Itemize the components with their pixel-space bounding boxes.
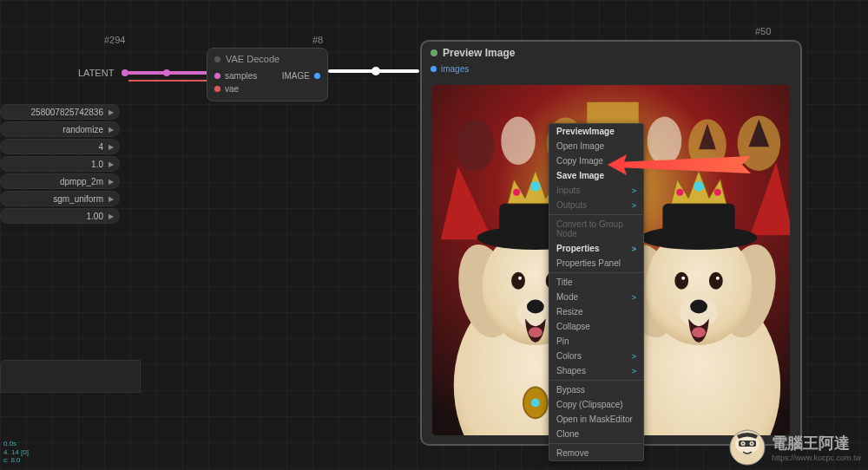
- menu-item-shapes[interactable]: Shapes>: [549, 363, 643, 378]
- submenu-arrow-icon: >: [632, 352, 636, 361]
- menu-separator: [549, 443, 643, 444]
- menu-item-inputs[interactable]: Inputs>: [549, 183, 643, 198]
- menu-item-convert-to-group-node[interactable]: Convert to Group Node: [549, 217, 643, 241]
- svg-point-1: [457, 120, 495, 171]
- param-randomize[interactable]: randomize▶: [0, 121, 120, 137]
- input-samples-port[interactable]: samples: [214, 71, 257, 81]
- node-id-mid: #8: [312, 35, 323, 45]
- svg-point-41: [692, 327, 706, 337]
- menu-separator: [549, 380, 643, 381]
- param-steps[interactable]: 4▶: [0, 139, 120, 154]
- watermark-url: https://www.kocpc.com.tw: [772, 454, 861, 462]
- annotation-arrow-icon: [608, 149, 755, 184]
- svg-point-17: [511, 272, 525, 290]
- menu-item-colors[interactable]: Colors>: [549, 349, 643, 363]
- chevron-right-icon: ▶: [108, 126, 114, 134]
- svg-point-33: [676, 189, 683, 196]
- input-vae-port[interactable]: vae: [214, 84, 239, 94]
- svg-point-22: [527, 300, 544, 314]
- submenu-arrow-icon: >: [632, 367, 636, 375]
- svg-point-14: [530, 181, 541, 192]
- chevron-right-icon: ▶: [108, 195, 114, 203]
- menu-item-bypass[interactable]: Bypass: [549, 382, 643, 397]
- svg-point-35: [674, 272, 688, 290]
- menu-item-outputs[interactable]: Outputs>: [549, 198, 643, 212]
- svg-point-40: [690, 300, 707, 314]
- svg-point-36: [681, 277, 685, 280]
- menu-separator: [549, 214, 643, 215]
- vae-decode-node[interactable]: VAE Decode samples IMAGE vae: [207, 48, 328, 101]
- node-status-icon: [431, 49, 437, 56]
- watermark-title: 電腦王阿達: [772, 433, 861, 454]
- submenu-arrow-icon: >: [632, 293, 636, 302]
- param-seed[interactable]: 258007825742836▶: [0, 104, 120, 120]
- param-denoise[interactable]: 1.00▶: [0, 208, 120, 224]
- wire-latent-samples: [128, 71, 207, 75]
- chevron-right-icon: ▶: [108, 160, 114, 168]
- latent-output-label: LATENT: [78, 68, 114, 78]
- svg-point-15: [513, 189, 520, 196]
- wire-vae: [128, 80, 207, 82]
- param-cfg[interactable]: 1.0▶: [0, 156, 120, 172]
- wire-image-preview: [328, 69, 419, 73]
- watermark: 電腦王阿達 https://www.kocpc.com.tw: [728, 428, 861, 467]
- menu-item-resize[interactable]: Resize: [549, 304, 643, 319]
- input-images-port[interactable]: images: [422, 64, 800, 77]
- menu-item-properties-panel[interactable]: Properties Panel: [549, 256, 643, 271]
- menu-item-mode[interactable]: Mode>: [549, 290, 643, 304]
- svg-point-23: [529, 327, 542, 337]
- submenu-arrow-icon: >: [632, 201, 636, 210]
- bottom-left-panel: [0, 360, 141, 393]
- node-title: Preview Image: [422, 42, 800, 64]
- svg-point-37: [709, 272, 723, 290]
- menu-item-title[interactable]: Title: [549, 275, 643, 290]
- svg-rect-31: [662, 204, 734, 240]
- menu-item-open-in-maskeditor[interactable]: Open in MaskEditor: [549, 412, 643, 427]
- svg-point-38: [716, 277, 720, 280]
- watermark-logo-icon: [728, 428, 766, 467]
- menu-separator: [549, 272, 643, 273]
- params-panel: 258007825742836▶ randomize▶ 4▶ 1.0▶ dpmp…: [0, 104, 120, 225]
- chevron-right-icon: ▶: [108, 212, 114, 220]
- menu-item-copy-clipspace-[interactable]: Copy (Clipspace): [549, 397, 643, 412]
- menu-item-properties[interactable]: Properties>: [549, 241, 643, 256]
- svg-point-25: [531, 398, 540, 407]
- svg-point-18: [518, 277, 522, 280]
- chevron-right-icon: ▶: [108, 178, 114, 186]
- menu-item-collapse[interactable]: Collapse: [549, 319, 643, 334]
- svg-point-2: [501, 117, 536, 165]
- node-status-icon: [214, 56, 220, 62]
- submenu-arrow-icon: >: [632, 245, 636, 253]
- node-title: VAE Decode: [207, 49, 327, 69]
- chevron-right-icon: ▶: [108, 143, 114, 151]
- menu-item-pin[interactable]: Pin: [549, 334, 643, 349]
- node-id-right: #50: [755, 26, 771, 36]
- output-image-port[interactable]: IMAGE: [282, 71, 320, 81]
- node-id-left: #294: [104, 35, 125, 45]
- svg-point-48: [751, 443, 753, 445]
- latent-output-port[interactable]: [122, 69, 128, 76]
- submenu-arrow-icon: >: [632, 186, 636, 195]
- svg-point-34: [714, 189, 721, 196]
- chevron-right-icon: ▶: [108, 108, 114, 116]
- perf-stats: 0.0s 4. 14 [0] c: 8.0: [3, 440, 29, 465]
- menu-item-remove[interactable]: Remove: [549, 446, 643, 460]
- svg-point-47: [742, 443, 744, 445]
- param-scheduler[interactable]: sgm_uniform▶: [0, 191, 120, 206]
- menu-item-clone[interactable]: Clone: [549, 427, 643, 441]
- param-sampler[interactable]: dpmpp_2m▶: [0, 173, 120, 189]
- menu-item-previewimage[interactable]: PreviewImage: [549, 124, 643, 139]
